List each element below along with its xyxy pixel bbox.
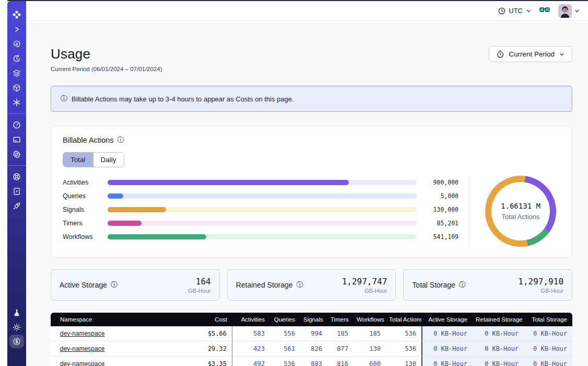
- pricing-dollar-icon[interactable]: [9, 335, 24, 348]
- namespace-link[interactable]: dev-namespace: [60, 345, 104, 352]
- namespace-link[interactable]: dev-namespace: [60, 330, 104, 337]
- cell-total-storage: 0 KB-Hour: [524, 326, 572, 341]
- user-menu[interactable]: [558, 4, 580, 18]
- bar-track: [108, 193, 417, 199]
- billable-actions-chart: Activities 900,000 Queries 5,000 Signals…: [63, 176, 572, 247]
- billable-actions-title: Billable Actions: [63, 136, 114, 144]
- support-lifebuoy-icon[interactable]: [7, 169, 26, 184]
- timezone-dropdown[interactable]: UTC: [498, 7, 531, 15]
- info-icon[interactable]: ⓘ: [459, 280, 466, 290]
- table-row: dev-namespace 29.32 423 561 826 877 130 …: [51, 341, 572, 357]
- page-title: Usage: [51, 46, 162, 62]
- bar-row-signals: Signals 130,000: [63, 203, 458, 216]
- bar-track: [108, 221, 417, 226]
- deployments-cube-icon[interactable]: [7, 81, 26, 95]
- cell-cost: $5.66: [187, 326, 232, 341]
- cell-activities: 492: [232, 357, 270, 366]
- labs-flask-icon[interactable]: [7, 305, 26, 320]
- timezone-label: UTC: [509, 7, 523, 15]
- namespace-link[interactable]: dev-namespace: [60, 360, 104, 366]
- cell-retained-storage: 0 KB-Hour: [473, 357, 524, 366]
- period-button-label: Current Period: [509, 50, 555, 58]
- bar-value: 5,000: [417, 192, 458, 200]
- settings-gear-icon[interactable]: [7, 147, 26, 162]
- cell-workflows: 600: [354, 357, 386, 366]
- col-namespace: Namespace: [51, 313, 187, 326]
- cell-queries: 561: [270, 341, 300, 357]
- col-signals: Signals: [300, 313, 327, 326]
- sidebar-divider: [7, 113, 26, 114]
- sidebar-divider: [7, 165, 26, 166]
- cell-signals: 994: [300, 326, 327, 341]
- storage-card-unit: GB-Hour: [188, 288, 210, 294]
- layers-icon[interactable]: [7, 66, 26, 81]
- bar-label: Timers: [63, 220, 108, 227]
- bar-value: 541,109: [417, 233, 458, 241]
- total-storage-card: Total Storage ⓘ 1,297,910 GB-Hour: [403, 269, 572, 301]
- billing-card-icon[interactable]: [7, 132, 26, 147]
- cell-retained-storage: 0 KB-Hour: [473, 326, 524, 341]
- topbar: UTC: [26, 1, 588, 21]
- cell-total-actions: 130: [386, 357, 421, 366]
- chevron-down-icon: [559, 52, 565, 57]
- col-workflows: Workflows: [354, 313, 386, 326]
- bar-fill: [108, 193, 123, 199]
- cell-signals: 883: [300, 357, 327, 366]
- info-icon[interactable]: ⓘ: [297, 280, 303, 290]
- bar-track: [108, 234, 417, 239]
- bar-value: 900,000: [417, 179, 458, 186]
- total-actions-donut-chart: 1.66131 M Total Actions: [485, 176, 556, 247]
- cell-total-actions: 536: [386, 326, 421, 341]
- table-header-row: Namespace Cost Activities Queries Signal…: [51, 313, 572, 326]
- stopwatch-icon: [497, 50, 504, 58]
- info-icon[interactable]: ⓘ: [117, 135, 124, 145]
- banner-text: Billable Actions may take up to 3-4 hour…: [72, 95, 294, 103]
- bar-label: Queries: [63, 192, 108, 200]
- sidebar-bottom-group: [7, 305, 26, 348]
- donut-total-value: 1.66131 M: [501, 202, 540, 210]
- info-banner: ⓘ Billable Actions may take up to 3-4 ho…: [51, 86, 572, 112]
- theme-sun-icon[interactable]: [7, 320, 26, 335]
- clock-icon: [498, 7, 505, 15]
- col-queries: Queries: [270, 313, 300, 326]
- user-avatar[interactable]: [558, 4, 572, 18]
- tab-total[interactable]: Total: [63, 153, 93, 167]
- expand-sidebar-icon[interactable]: [7, 22, 26, 37]
- storage-card-unit: GB-Hour: [342, 288, 387, 294]
- bar-row-workflows: Workflows 541,109: [63, 230, 458, 244]
- getting-started-rocket-icon[interactable]: [7, 199, 26, 213]
- cell-queries: 536: [270, 357, 300, 366]
- schedules-icon[interactable]: [7, 51, 26, 66]
- col-total-storage: Total Storage: [524, 313, 572, 326]
- temporal-logo-icon[interactable]: [7, 7, 26, 22]
- info-icon[interactable]: ⓘ: [111, 280, 117, 290]
- storage-card-value: 164: [188, 277, 210, 287]
- active-storage-card: Active Storage ⓘ 164 GB-Hour: [51, 269, 220, 301]
- usage-gauge-icon[interactable]: [7, 118, 26, 132]
- namespace-usage-table: Namespace Cost Activities Queries Signal…: [51, 313, 572, 366]
- feedback-glasses-icon[interactable]: [539, 6, 550, 16]
- chevron-down-icon: [526, 8, 531, 14]
- bar-fill: [108, 207, 166, 212]
- cell-retained-storage: 0 KB-Hour: [473, 341, 524, 357]
- cell-active-storage: 0 KB-Hour: [421, 357, 473, 366]
- docs-book-icon[interactable]: [7, 184, 26, 199]
- storage-card-label: Active Storage: [60, 281, 107, 289]
- period-select-button[interactable]: Current Period: [489, 46, 572, 62]
- table-row: dev-namespace $3.35 492 536 883 816 600 …: [51, 357, 572, 366]
- main-content: Usage Current Period (06/01/2024 – 07/01…: [26, 21, 588, 366]
- col-activities: Activities: [232, 313, 270, 326]
- col-cost: Cost: [187, 313, 232, 326]
- info-icon: ⓘ: [61, 94, 67, 104]
- namespaces-icon[interactable]: [7, 37, 26, 51]
- cell-total-storage: 0 KB-Hour: [524, 357, 572, 366]
- col-timers: Timers: [327, 313, 354, 326]
- bar-value: 130,000: [417, 206, 458, 213]
- tab-daily[interactable]: Daily: [93, 153, 124, 167]
- bar-fill: [108, 234, 206, 239]
- chevron-down-icon: [574, 8, 580, 14]
- cell-total-storage: 0 KB-Hour: [524, 341, 572, 357]
- nexus-asterisk-icon[interactable]: [7, 95, 26, 110]
- cell-cost: $3.35: [187, 357, 232, 366]
- bar-row-timers: Timers 85,201: [63, 216, 458, 230]
